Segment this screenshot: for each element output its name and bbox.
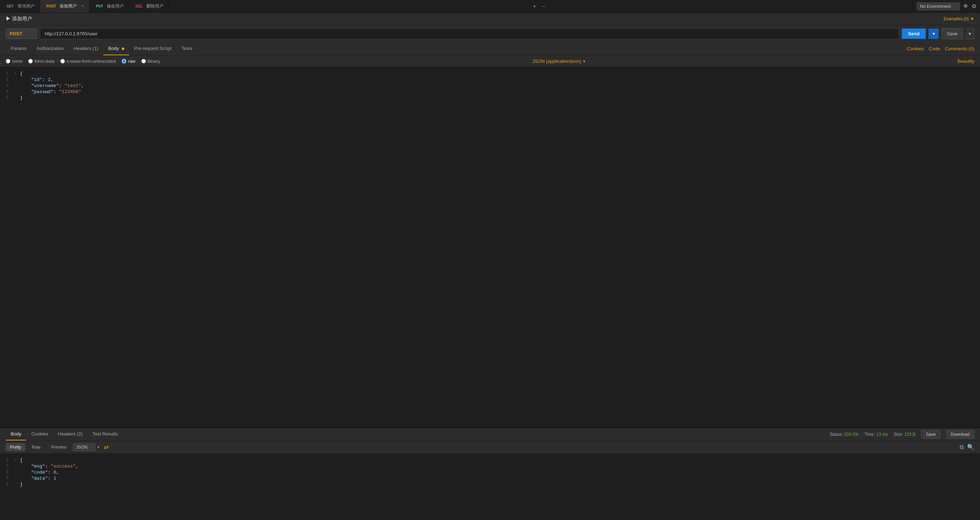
resp-line-1: 1 - { — [0, 457, 980, 463]
request-title: ▶ 添加用户 — [6, 16, 32, 22]
tab-headers[interactable]: Headers (1) — [69, 42, 103, 55]
resp-line-4: 4 "data": 1 — [0, 476, 980, 482]
json-select-area: JSON (application/json) ▾ — [533, 59, 585, 64]
tab-method-post: POST — [45, 4, 57, 9]
tab-label-put: 修改用户 — [107, 3, 124, 9]
tab-put-edit[interactable]: PUT 修改用户 — [89, 0, 129, 13]
tab-tests[interactable]: Tests — [176, 42, 197, 55]
resp-tab-test-results[interactable]: Test Results — [88, 428, 123, 441]
eye-button[interactable]: 👁 — [963, 3, 969, 10]
tab-body[interactable]: Body — [103, 42, 129, 55]
request-tabs: Params Authorization Headers (1) Body Pr… — [0, 42, 980, 55]
body-options: none form-data x-www-form-urlencoded raw… — [0, 55, 980, 67]
no-env-area: No Environment 👁 ⚙ — [913, 0, 980, 13]
tab-bar: GET 查询用户 POST 添加用户 ✕ PUT 修改用户 DEL 删除用户 +… — [0, 0, 980, 13]
send-dropdown-button[interactable]: ▾ — [929, 29, 939, 39]
tab-method-put: PUT — [95, 4, 105, 9]
tab-get-query[interactable]: GET 查询用户 — [0, 0, 40, 13]
radio-form-data[interactable] — [28, 59, 33, 63]
option-urlencoded[interactable]: x-www-form-urlencoded — [60, 59, 116, 64]
tab-label-post: 添加用户 — [60, 3, 77, 9]
format-type-select[interactable]: JSON XML Text — [73, 443, 95, 451]
response-body-code: 1 - { 2 "msg": "success", 3 "code": 0, 4… — [0, 453, 980, 520]
copy-response-button[interactable]: ⧉ — [960, 444, 964, 450]
req-line-4: 4 "passwd": "123456" — [0, 89, 980, 95]
search-response-button[interactable]: 🔍 — [967, 444, 974, 450]
gear-button[interactable]: ⚙ — [971, 3, 977, 10]
format-select-chevron[interactable]: ▾ — [97, 445, 100, 449]
resp-icons: ⧉ 🔍 — [960, 444, 974, 450]
option-binary[interactable]: binary — [141, 59, 160, 64]
req-line-3: 3 "username": "test", — [0, 83, 980, 89]
time-label: Time: 13 ms — [864, 432, 888, 437]
url-bar: POST GET PUT DELETE Send ▾ Save ▾ — [0, 25, 980, 42]
resp-tab-cookies[interactable]: Cookies — [26, 428, 53, 441]
resp-status-area: Status: 200 OK Time: 13 ms Size: 120 B S… — [830, 430, 974, 439]
response-panel: Body Cookies Headers (2) Test Results St… — [0, 427, 980, 520]
beautify-button[interactable]: Beautify — [958, 59, 974, 64]
req-line-5: 5 } — [0, 95, 980, 101]
resp-tab-headers[interactable]: Headers (2) — [53, 428, 88, 441]
body-dot — [122, 48, 124, 50]
comments-link[interactable]: Comments (0) — [945, 46, 974, 51]
add-tab-button[interactable]: + — [531, 3, 538, 10]
method-select[interactable]: POST GET PUT DELETE — [6, 29, 37, 39]
radio-binary[interactable] — [141, 59, 146, 63]
save-dropdown-button[interactable]: ▾ — [966, 28, 974, 39]
response-tabs-bar: Body Cookies Headers (2) Test Results St… — [0, 428, 980, 441]
tab-label-get: 查询用户 — [18, 3, 35, 9]
resp-format-bar: Pretty Raw Preview JSON XML Text ▾ ⇄ ⧉ 🔍 — [0, 441, 980, 453]
tab-del-delete[interactable]: DEL 删除用户 — [129, 0, 169, 13]
resp-line-5: 5 } — [0, 482, 980, 488]
resp-line-2: 2 "msg": "success", — [0, 463, 980, 469]
radio-raw[interactable] — [122, 59, 126, 63]
response-save-button[interactable]: Save — [921, 430, 940, 439]
format-tab-raw[interactable]: Raw — [27, 443, 45, 451]
environment-select[interactable]: No Environment — [917, 3, 960, 10]
option-raw[interactable]: raw — [122, 59, 135, 64]
url-input[interactable] — [40, 28, 899, 39]
more-tabs-button[interactable]: ··· — [539, 3, 548, 10]
option-form-data[interactable]: form-data — [28, 59, 55, 64]
format-tab-preview[interactable]: Preview — [47, 443, 71, 451]
json-type-chevron[interactable]: ▾ — [583, 59, 585, 64]
status-label: Status: 200 OK — [830, 432, 859, 437]
resp-tab-body[interactable]: Body — [6, 428, 26, 441]
wrap-button[interactable]: ⇄ — [102, 443, 111, 451]
status-value: 200 OK — [845, 432, 859, 437]
resp-line-3: 3 "code": 0, — [0, 469, 980, 476]
tab-pre-request[interactable]: Pre-request Script — [129, 42, 177, 55]
req-line-1: 1 - { — [0, 71, 980, 77]
request-body-code: 1 - { 2 "id": 2, 3 "username": "test", 4… — [0, 67, 980, 427]
time-value: 13 ms — [876, 432, 888, 437]
req-tab-right: Cookies Code Comments (0) — [907, 46, 974, 51]
tab-label-del: 删除用户 — [146, 3, 164, 9]
tab-actions: + ··· — [531, 3, 551, 10]
tab-close-post[interactable]: ✕ — [81, 4, 84, 9]
tab-post-add[interactable]: POST 添加用户 ✕ — [40, 0, 89, 13]
tab-method-del: DEL — [134, 4, 144, 9]
save-button[interactable]: Save — [942, 28, 963, 39]
radio-urlencoded[interactable] — [60, 59, 65, 63]
size-label: Size: 120 B — [894, 432, 915, 437]
request-title-bar: ▶ 添加用户 Examples (0) ▼ — [0, 13, 980, 25]
format-tab-pretty[interactable]: Pretty — [6, 443, 25, 451]
size-value: 120 B — [904, 432, 915, 437]
option-none[interactable]: none — [6, 59, 22, 64]
radio-none[interactable] — [6, 59, 10, 63]
tab-params[interactable]: Params — [6, 42, 32, 55]
cookies-link[interactable]: Cookies — [907, 46, 924, 51]
tab-method-get: GET — [5, 4, 15, 9]
req-line-2: 2 "id": 2, — [0, 77, 980, 83]
code-link[interactable]: Code — [929, 46, 940, 51]
json-type-label[interactable]: JSON (application/json) — [533, 59, 581, 64]
tab-authorization[interactable]: Authorization — [32, 42, 69, 55]
send-button[interactable]: Send — [902, 29, 926, 39]
examples-link[interactable]: Examples (0) ▼ — [943, 16, 974, 21]
response-download-button[interactable]: Download — [946, 430, 974, 439]
